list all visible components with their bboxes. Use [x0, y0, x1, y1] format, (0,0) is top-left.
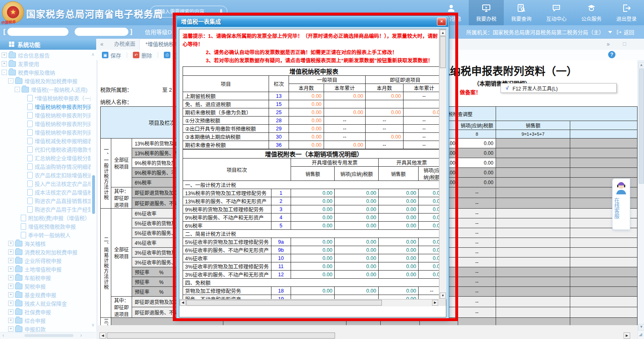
dialog-vscroll-thumb[interactable]: [440, 36, 446, 68]
sidebar-scroll-up-icon[interactable]: ∧: [91, 52, 95, 57]
bg-cell-value[interactable]: --: [458, 258, 496, 267]
tabs-more-icon[interactable]: »: [607, 39, 610, 49]
hscroll-left-icon[interactable]: ◀: [99, 332, 106, 339]
sidebar-item[interactable]: 农产品核定扣除增值税进项: [0, 171, 90, 179]
cell-value[interactable]: 0.00: [289, 125, 324, 133]
scroll-right-icon[interactable]: ›: [80, 332, 82, 338]
bg-cell-value[interactable]: 0.00: [458, 139, 496, 148]
sidebar-item[interactable]: 增值税纳税申报表附列资料: [0, 119, 90, 128]
vscroll-up-icon[interactable]: ▲: [638, 62, 644, 68]
cell-value[interactable]: --: [366, 141, 404, 149]
dialog-scroll-left-icon[interactable]: ◀: [180, 300, 186, 306]
sidebar-item[interactable]: 增值税预缴税款申报: [0, 222, 90, 231]
cell-value[interactable]: --: [291, 295, 335, 299]
bg-cell-value[interactable]: --: [458, 267, 496, 277]
dialog-scroll-up-icon[interactable]: ▲: [440, 30, 446, 36]
cell-value[interactable]: 0.00: [291, 254, 335, 262]
dialog-scroll-right-icon[interactable]: ▶: [432, 300, 438, 306]
cell-value[interactable]: 0.00: [289, 100, 324, 108]
cell-value[interactable]: 0.00: [335, 189, 378, 197]
bg-cell-value[interactable]: 0.00: [458, 158, 496, 168]
dialog-hscroll-thumb[interactable]: [186, 300, 382, 306]
cell-value[interactable]: [324, 100, 365, 108]
cell-value[interactable]: 0.00: [335, 222, 378, 230]
cell-value[interactable]: 0.00: [378, 254, 418, 262]
sidebar-item[interactable]: +综合信息报告: [0, 51, 90, 59]
sidebar-item[interactable]: +基金规费申报: [0, 291, 90, 299]
sidebar-item[interactable]: +企业所得税申报: [0, 256, 90, 265]
sidebar-item[interactable]: 增值税纳税申报表附列资料: [0, 111, 90, 119]
tree-expander-icon[interactable]: +: [2, 61, 7, 66]
bg-cell-value[interactable]: 0.00: [458, 168, 496, 178]
devtools-context-menu[interactable]: √ F12 开发人员工具(L): [501, 83, 617, 93]
tree-expander-icon[interactable]: +: [8, 241, 13, 246]
sidebar-item[interactable]: 购进农产品直接销售核定农: [0, 196, 90, 205]
sidebar-item[interactable]: 代扣代缴税收通用缴款书抵: [0, 145, 90, 154]
sidebar-item[interactable]: -税费申报及缴纳: [0, 68, 90, 77]
cell-value[interactable]: 0.00: [291, 271, 335, 279]
cell-value[interactable]: 0.00: [324, 141, 365, 149]
cell-value[interactable]: 0.00: [289, 133, 324, 141]
sidebar-scrollbar-thumb[interactable]: [92, 175, 95, 214]
cell-value[interactable]: 0.00: [378, 271, 418, 279]
tree-expander-icon[interactable]: +: [8, 318, 13, 323]
scroll-left-icon[interactable]: ‹: [2, 332, 4, 338]
sidebar-item[interactable]: *增值税纳税申报表（一般: [0, 94, 90, 102]
sidebar-scroll-down-icon[interactable]: ∨: [91, 322, 95, 328]
sidebar-item[interactable]: -增值税(一般纳税人适用): [0, 85, 90, 94]
cell-value[interactable]: 0.00: [378, 214, 418, 222]
search-icon[interactable]: [220, 9, 222, 15]
cell-value[interactable]: 0.00: [291, 205, 335, 214]
sidebar-item[interactable]: +发票使用: [0, 59, 90, 68]
back-button[interactable]: 返回: [616, 28, 634, 36]
sidebar-item[interactable]: 成品油购销存情况明细表: [0, 162, 90, 171]
sidebar-item[interactable]: 增值税纳税申报表附列资料: [0, 128, 90, 136]
bg-cell-value[interactable]: --: [458, 187, 496, 198]
cell-value[interactable]: 0.00: [291, 246, 335, 254]
sidebar-hscroll-thumb[interactable]: [24, 334, 73, 337]
cell-value[interactable]: 0.00: [335, 287, 378, 295]
cell-value[interactable]: 0.00: [378, 287, 418, 295]
cell-value[interactable]: 0.00: [378, 205, 418, 214]
page-vscrollbar[interactable]: ▲ ▼ ◢: [637, 61, 644, 339]
dialog-scroll-down-icon[interactable]: ▼: [440, 293, 446, 299]
cell-value[interactable]: 0.00: [335, 271, 378, 279]
cell-value[interactable]: --: [366, 125, 404, 133]
cell-value[interactable]: 0.00: [366, 133, 404, 141]
bg-cell-value[interactable]: --: [458, 277, 496, 287]
sidebar-item[interactable]: 增值税纳税申报表附列资料: [0, 102, 90, 111]
sidebar-item[interactable]: 附加税(费)申报（增值税）: [0, 214, 90, 222]
cell-value[interactable]: 0.00: [291, 189, 335, 197]
save-button[interactable]: ▣保存: [102, 51, 121, 59]
bg-cell-value[interactable]: --: [458, 318, 496, 326]
bg-cell-value[interactable]: --: [458, 297, 496, 307]
tabs-collapse-icon[interactable]: «: [100, 39, 104, 49]
sidebar-item[interactable]: 成本法核定农产品增值税进: [0, 188, 90, 196]
bg-cell-value[interactable]: --: [458, 287, 496, 297]
cell-value[interactable]: 0.00: [289, 108, 324, 117]
cell-value[interactable]: 0.00: [378, 189, 418, 197]
bg-cell-value[interactable]: --: [458, 198, 496, 209]
tree-expander-icon[interactable]: -: [2, 70, 7, 75]
cell-value[interactable]: 0.00: [378, 238, 418, 246]
sidebar-item[interactable]: +申报扣款: [0, 325, 90, 332]
tree-expander-icon[interactable]: +: [8, 266, 13, 272]
tree-expander-icon[interactable]: +: [8, 326, 13, 332]
sidebar-item[interactable]: +车船税申报: [0, 273, 90, 282]
cell-value[interactable]: 0.00: [378, 262, 418, 271]
cell-value[interactable]: --: [324, 125, 365, 133]
sidebar-item[interactable]: +社保费申报: [0, 308, 90, 316]
cell-value[interactable]: 0.00: [366, 92, 404, 100]
cell-value[interactable]: --: [324, 117, 365, 125]
sidebar-item[interactable]: -增值税及附加税费申报: [0, 77, 90, 85]
sidebar-item[interactable]: +残疾人就业保障金: [0, 299, 90, 308]
tree-expander-icon[interactable]: +: [8, 249, 13, 255]
bg-cell-value[interactable]: 0.00: [458, 178, 496, 187]
cell-value[interactable]: 0.00: [378, 246, 418, 254]
tab-desktop[interactable]: 办税桌面: [108, 39, 141, 49]
sidebar-item[interactable]: +消费税及附加税费申报: [0, 248, 90, 256]
cell-value[interactable]: [366, 100, 404, 108]
sidebar-item[interactable]: +契税申报: [0, 282, 90, 291]
bg-cell-value[interactable]: --: [458, 248, 496, 258]
cell-value[interactable]: 0.00: [335, 214, 378, 222]
